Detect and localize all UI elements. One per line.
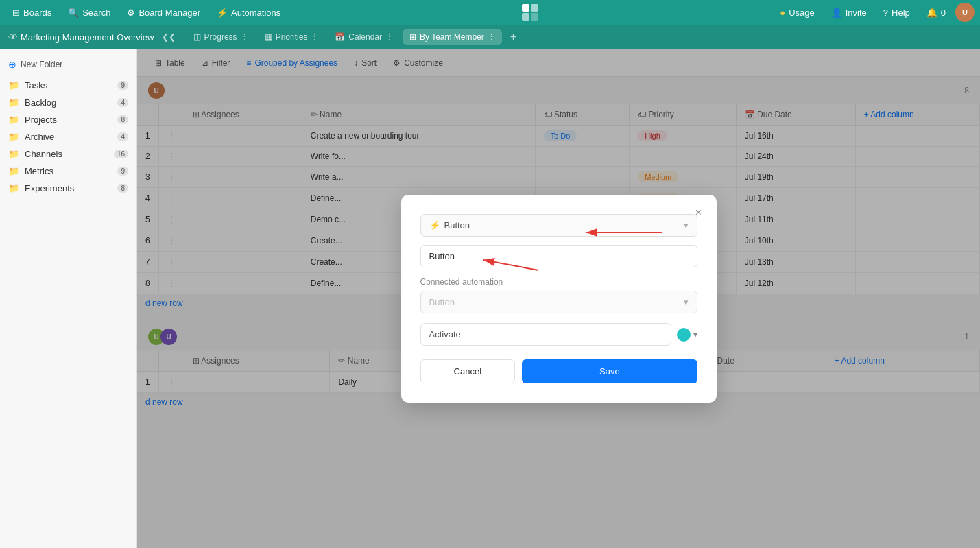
folder-icon: 📁 bbox=[8, 149, 19, 159]
type-dropdown-value: Button bbox=[444, 220, 470, 230]
plus-icon: ⊕ bbox=[8, 59, 16, 70]
modal: × ⚡ Button ▾ Connected automation Button bbox=[401, 195, 717, 403]
search-label: Search bbox=[82, 8, 110, 18]
chevron-down-icon-2: ▾ bbox=[684, 297, 689, 307]
projects-badge: 8 bbox=[117, 115, 128, 124]
tab-calendar[interactable]: 📅 Calendar ⋮ bbox=[328, 29, 400, 45]
sidebar-item-backlog[interactable]: 📁 Backlog 4 bbox=[0, 94, 136, 111]
sidebar-metrics-label: Metrics bbox=[25, 166, 53, 176]
board-manager-icon: ⚙ bbox=[127, 8, 135, 18]
type-dropdown[interactable]: ⚡ Button ▾ bbox=[420, 214, 697, 237]
usage-icon: ● bbox=[780, 8, 785, 18]
automations-label: Automations bbox=[231, 8, 280, 18]
activate-row: ▾ bbox=[420, 323, 697, 346]
metrics-badge: 9 bbox=[117, 167, 128, 176]
automations-icon: ⚡ bbox=[217, 8, 228, 18]
boards-icon: ⊞ bbox=[12, 8, 20, 18]
experiments-badge: 8 bbox=[117, 184, 128, 193]
nav-board-manager[interactable]: ⚙ Board Manager bbox=[120, 5, 207, 21]
toggle-circle bbox=[677, 328, 691, 342]
invite-icon: 👤 bbox=[831, 8, 842, 18]
nav-center bbox=[290, 3, 770, 22]
sidebar-item-experiments[interactable]: 📁 Experiments 8 bbox=[0, 180, 136, 197]
calendar-icon: 📅 bbox=[335, 32, 345, 42]
eye-icon: 👁 bbox=[8, 32, 18, 43]
folder-icon: 📁 bbox=[8, 97, 19, 108]
lightning-icon: ⚡ bbox=[429, 220, 440, 230]
add-view-button[interactable]: + bbox=[505, 28, 522, 46]
progress-icon: ◫ bbox=[193, 32, 201, 42]
main-layout: ⊕ New Folder 📁 Tasks 9 📁 Backlog 4 📁 Pro… bbox=[0, 49, 980, 548]
save-button[interactable]: Save bbox=[522, 359, 697, 383]
sidebar-tasks-label: Tasks bbox=[25, 80, 47, 91]
toggle-wrapper[interactable]: ▾ bbox=[677, 328, 697, 342]
search-icon: 🔍 bbox=[68, 8, 79, 18]
archive-badge: 4 bbox=[117, 132, 128, 141]
avatar[interactable]: U bbox=[955, 3, 975, 22]
sidebar-item-channels[interactable]: 📁 Channels 16 bbox=[0, 145, 136, 163]
nav-help[interactable]: ? Help bbox=[876, 5, 917, 21]
sub-nav: 👁 Marketing Management Overview ❮❮ ◫ Pro… bbox=[0, 25, 980, 49]
folder-icon: 📁 bbox=[8, 166, 19, 176]
breadcrumb-arrow: ❮❮ bbox=[162, 32, 176, 42]
tab-priorities[interactable]: ▦ Priorities ⋮ bbox=[258, 29, 326, 45]
page-title: Marketing Management Overview bbox=[21, 32, 154, 43]
button-name-input[interactable] bbox=[420, 245, 697, 267]
folder-icon: 📁 bbox=[8, 115, 19, 125]
svg-rect-2 bbox=[522, 13, 529, 21]
automation-label: Connected automation bbox=[420, 277, 697, 287]
nav-boards[interactable]: ⊞ Boards bbox=[5, 5, 58, 21]
activate-input[interactable] bbox=[420, 323, 671, 346]
sidebar-item-metrics[interactable]: 📁 Metrics 9 bbox=[0, 163, 136, 180]
chevron-down-icon: ▾ bbox=[684, 220, 689, 230]
sidebar-archive-label: Archive bbox=[25, 132, 54, 142]
toggle-chevron-icon: ▾ bbox=[693, 330, 697, 339]
backlog-badge: 4 bbox=[117, 98, 128, 107]
boards-label: Boards bbox=[23, 8, 51, 18]
bell-icon: 🔔 bbox=[927, 8, 937, 18]
svg-rect-3 bbox=[531, 13, 538, 21]
automation-placeholder: Button bbox=[429, 297, 455, 307]
nav-automations[interactable]: ⚡ Automations bbox=[210, 5, 287, 21]
sidebar-experiments-label: Experiments bbox=[25, 183, 74, 193]
nav-usage[interactable]: ● Usage bbox=[773, 5, 821, 21]
sidebar: ⊕ New Folder 📁 Tasks 9 📁 Backlog 4 📁 Pro… bbox=[0, 49, 137, 548]
nav-invite[interactable]: 👤 Invite bbox=[824, 5, 874, 21]
modal-close-button[interactable]: × bbox=[691, 204, 707, 221]
nav-right: ● Usage 👤 Invite ? Help 🔔 0 U bbox=[773, 3, 975, 22]
sidebar-item-tasks[interactable]: 📁 Tasks 9 bbox=[0, 77, 136, 94]
nav-notifications[interactable]: 🔔 0 bbox=[920, 5, 953, 21]
tab-by-team-member[interactable]: ⊞ By Team Member ⋮ bbox=[403, 29, 502, 45]
help-icon: ? bbox=[883, 8, 888, 18]
sidebar-backlog-label: Backlog bbox=[25, 97, 56, 108]
sidebar-item-projects[interactable]: 📁 Projects 8 bbox=[0, 111, 136, 128]
svg-rect-0 bbox=[522, 4, 529, 12]
sidebar-item-archive[interactable]: 📁 Archive 4 bbox=[0, 128, 136, 145]
table-icon: ⊞ bbox=[409, 32, 416, 42]
cancel-button[interactable]: Cancel bbox=[420, 359, 516, 383]
channels-badge: 16 bbox=[114, 150, 128, 158]
usage-label: Usage bbox=[789, 8, 815, 18]
notification-count: 0 bbox=[941, 8, 946, 18]
svg-rect-1 bbox=[531, 4, 538, 12]
automation-dropdown[interactable]: Button ▾ bbox=[420, 291, 697, 313]
modal-actions: Cancel Save bbox=[420, 359, 697, 383]
sidebar-projects-label: Projects bbox=[25, 115, 57, 125]
sidebar-channels-label: Channels bbox=[25, 149, 62, 159]
logo-icon bbox=[521, 3, 540, 22]
new-folder-button[interactable]: ⊕ New Folder bbox=[0, 55, 136, 74]
invite-label: Invite bbox=[846, 8, 867, 18]
nav-search[interactable]: 🔍 Search bbox=[61, 5, 117, 21]
new-folder-label: New Folder bbox=[21, 60, 62, 69]
help-label: Help bbox=[892, 8, 910, 18]
board-manager-label: Board Manager bbox=[139, 8, 200, 18]
tasks-badge: 9 bbox=[117, 81, 128, 90]
top-nav: ⊞ Boards 🔍 Search ⚙ Board Manager ⚡ Auto… bbox=[0, 0, 980, 25]
content-area: ⊞ Table ⊿ Filter ≡ Grouped by Assignees … bbox=[137, 49, 980, 548]
tab-progress[interactable]: ◫ Progress ⋮ bbox=[187, 29, 255, 45]
modal-overlay: × ⚡ Button ▾ Connected automation Button bbox=[137, 49, 980, 548]
folder-icon: 📁 bbox=[8, 132, 19, 142]
priorities-icon: ▦ bbox=[265, 32, 272, 42]
folder-icon: 📁 bbox=[8, 80, 19, 91]
folder-icon: 📁 bbox=[8, 183, 19, 193]
